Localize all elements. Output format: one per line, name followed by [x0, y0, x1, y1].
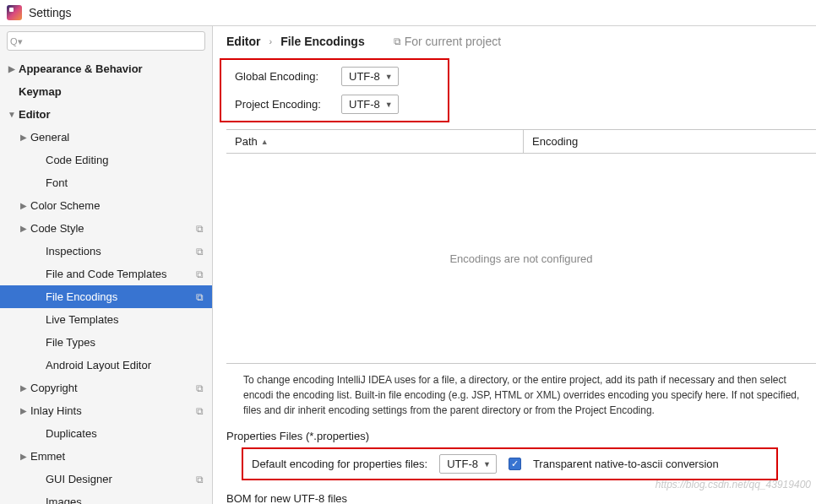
sidebar-item-general[interactable]: ▶General [0, 126, 212, 149]
tree-arrow-icon: ▶ [19, 452, 29, 461]
encoding-settings-highlight: Global Encoding: UTF-8 ▼ Project Encodin… [220, 58, 449, 122]
copy-icon: ⧉ [196, 268, 204, 280]
main-panel: Editor › File Encodings ⧉ For current pr… [213, 26, 816, 504]
sidebar-item-label: Live Templates [46, 313, 118, 326]
hint-text: For current project [405, 35, 501, 48]
sidebar-item-label: File Types [46, 336, 95, 349]
tree-arrow-icon: ▶ [7, 64, 17, 73]
copy-icon: ⧉ [196, 246, 204, 257]
tree-arrow-icon: ▶ [19, 383, 29, 393]
sidebar-item-code-editing[interactable]: Code Editing [0, 149, 212, 171]
sidebar-item-label: Images [46, 496, 82, 504]
sidebar-item-inspections[interactable]: Inspections⧉ [0, 240, 212, 263]
properties-settings-highlight: Default encoding for properties files: U… [242, 447, 778, 480]
sidebar-item-appearance-behavior[interactable]: ▶Appearance & Behavior [0, 57, 212, 80]
sidebar-item-copyright[interactable]: ▶Copyright⧉ [0, 377, 212, 399]
tree-arrow-icon: ▼ [7, 110, 17, 119]
sidebar-item-label: Editor [19, 108, 51, 121]
sidebar-item-label: Keymap [19, 85, 62, 98]
sidebar-item-live-templates[interactable]: Live Templates [0, 308, 212, 331]
window-header: Settings [0, 0, 816, 26]
chevron-down-icon: ▼ [385, 73, 393, 81]
sidebar-item-duplicates[interactable]: Duplicates [0, 422, 212, 445]
sidebar-item-label: Android Layout Editor [46, 359, 151, 371]
sidebar-item-label: Appearance & Behavior [19, 62, 143, 75]
breadcrumb-root[interactable]: Editor [226, 35, 260, 48]
sidebar-item-code-style[interactable]: ▶Code Style⧉ [0, 217, 212, 240]
settings-sidebar: Q▾ ▶Appearance & BehaviorKeymap▼Editor▶G… [0, 26, 213, 504]
sidebar-item-color-scheme[interactable]: ▶Color Scheme [0, 194, 212, 217]
sidebar-item-keymap[interactable]: Keymap [0, 80, 212, 103]
sidebar-item-label: Copyright [30, 382, 78, 394]
tree-arrow-icon: ▶ [19, 224, 29, 233]
settings-tree: ▶Appearance & BehaviorKeymap▼Editor▶Gene… [0, 54, 212, 504]
copy-icon: ⧉ [196, 405, 204, 417]
sidebar-item-label: Duplicates [46, 427, 97, 440]
sidebar-item-label: File and Code Templates [46, 268, 167, 280]
sidebar-item-label: File Encodings [46, 290, 117, 303]
sidebar-item-inlay-hints[interactable]: ▶Inlay Hints⧉ [0, 399, 212, 422]
default-props-encoding-label: Default encoding for properties files: [252, 458, 427, 470]
chevron-down-icon: ▼ [483, 460, 491, 469]
path-column-header[interactable]: Path ▲ [226, 130, 524, 153]
copy-icon: ⧉ [196, 291, 204, 303]
global-encoding-label: Global Encoding: [235, 70, 341, 83]
current-project-hint: ⧉ For current project [394, 35, 501, 48]
search-input[interactable] [7, 31, 205, 51]
sidebar-item-android-layout-editor[interactable]: Android Layout Editor [0, 354, 212, 377]
breadcrumb-leaf: File Encodings [280, 35, 365, 48]
copy-icon: ⧉ [394, 35, 401, 47]
sidebar-item-file-and-code-templates[interactable]: File and Code Templates⧉ [0, 263, 212, 285]
sidebar-item-label: Inlay Hints [30, 404, 82, 417]
sidebar-item-label: Emmet [30, 450, 65, 463]
encoding-table-body: Encodings are not configured [226, 154, 816, 364]
sidebar-item-label: Font [46, 176, 68, 189]
sidebar-item-label: General [30, 131, 69, 144]
project-encoding-dropdown[interactable]: UTF-8 ▼ [341, 95, 399, 114]
tree-arrow-icon: ▶ [19, 406, 29, 415]
global-encoding-value: UTF-8 [349, 70, 380, 83]
transparent-ascii-label: Transparent native-to-ascii conversion [533, 458, 719, 470]
breadcrumb: Editor › File Encodings ⧉ For current pr… [226, 35, 816, 48]
search-box: Q▾ [7, 31, 205, 51]
transparent-ascii-checkbox[interactable]: ✓ [509, 458, 521, 470]
default-props-encoding-value: UTF-8 [447, 458, 478, 470]
search-icon: Q▾ [10, 35, 23, 46]
sidebar-item-file-types[interactable]: File Types [0, 331, 212, 354]
copy-icon: ⧉ [196, 382, 204, 394]
encoding-hint-text: To change encoding IntelliJ IDEA uses fo… [226, 364, 816, 426]
sidebar-item-label: Color Scheme [30, 199, 100, 212]
tree-arrow-icon: ▶ [19, 133, 29, 142]
sidebar-item-emmet[interactable]: ▶Emmet [0, 445, 212, 468]
breadcrumb-separator: › [269, 36, 272, 46]
sidebar-item-editor[interactable]: ▼Editor [0, 103, 212, 126]
sidebar-item-file-encodings[interactable]: File Encodings⧉ [0, 285, 212, 308]
sidebar-item-label: GUI Designer [46, 473, 112, 485]
encoding-column-header[interactable]: Encoding [524, 130, 586, 153]
empty-table-message: Encodings are not configured [449, 252, 592, 265]
copy-icon: ⧉ [196, 223, 204, 235]
default-props-encoding-dropdown[interactable]: UTF-8 ▼ [439, 454, 497, 474]
sidebar-item-label: Inspections [46, 245, 101, 257]
encoding-table-header: Path ▲ Encoding [226, 129, 816, 154]
sort-asc-icon: ▲ [261, 138, 269, 146]
sidebar-item-label: Code Style [30, 222, 84, 235]
window-title: Settings [29, 6, 72, 19]
sidebar-item-gui-designer[interactable]: GUI Designer⧉ [0, 468, 212, 490]
app-icon [7, 5, 22, 20]
copy-icon: ⧉ [196, 474, 204, 485]
sidebar-item-images[interactable]: Images [0, 490, 212, 504]
project-encoding-label: Project Encoding: [235, 98, 341, 111]
global-encoding-dropdown[interactable]: UTF-8 ▼ [341, 67, 399, 86]
watermark: https://blog.csdn.net/qq_43919400 [656, 479, 811, 490]
chevron-down-icon: ▼ [385, 100, 393, 109]
tree-arrow-icon: ▶ [19, 201, 29, 210]
properties-section-label: Properties Files (*.properties) [226, 426, 816, 447]
sidebar-item-label: Code Editing [46, 154, 108, 166]
project-encoding-value: UTF-8 [349, 98, 380, 111]
sidebar-item-font[interactable]: Font [0, 171, 212, 194]
